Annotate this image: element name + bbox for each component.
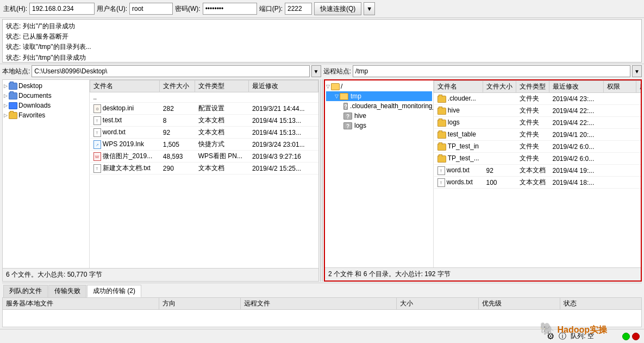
table-row[interactable]: test_table 文件夹 2019/4/1 20:...	[434, 129, 641, 141]
host-input[interactable]	[29, 3, 95, 15]
local-path-bar: 本地站点: ▼	[2, 65, 321, 77]
table-row[interactable]: TP_test_in 文件夹 2019/4/2 6:0...	[434, 141, 641, 153]
local-tree-documents[interactable]: ▷ Documents	[4, 91, 88, 101]
col-modified[interactable]: 最近修改	[549, 81, 604, 93]
table-row[interactable]: T word.txt 92 文本文档 2019/4/4 15:13...	[90, 127, 318, 139]
remote-path-dropdown[interactable]: ▼	[632, 65, 642, 77]
col-filesize[interactable]: 文件大小	[160, 80, 195, 92]
connect-button[interactable]: 快速连接(Q)	[314, 2, 361, 15]
remote-path-bar: 远程站点: ▼	[323, 65, 642, 77]
local-file-list: 文件名 文件大小 文件类型 最近修改 ..	[90, 80, 318, 268]
up-icon: ..	[93, 93, 97, 101]
user-input[interactable]	[129, 3, 173, 15]
folder-icon	[437, 108, 446, 115]
table-row[interactable]: .clouder... 文件夹 2019/4/4 23:...	[434, 93, 641, 105]
info-icon[interactable]: ⓘ	[559, 332, 566, 341]
tree-label: Desktop	[18, 82, 42, 90]
local-tree-downloads[interactable]: ▷ Downloads	[4, 101, 88, 110]
expand-icon: ▷	[4, 103, 8, 108]
folder-icon	[437, 120, 446, 127]
transfer-empty	[3, 310, 641, 314]
traffic-lights	[622, 333, 640, 340]
folder-icon	[340, 93, 348, 100]
table-row[interactable]: T words.txt 100 文本文档 2019/4/4 18:...	[434, 177, 641, 189]
connect-dropdown[interactable]: ▼	[364, 2, 375, 15]
question-folder-icon: ?	[343, 113, 352, 120]
folder-icon	[9, 83, 17, 90]
remote-tree: ▽ / ▽ tmp ? .cloudera_health_monitoring_…	[325, 80, 434, 267]
connection-toolbar: 主机(H): 用户名(U): 密码(W): 端口(P): 快速连接(Q) ▼	[0, 0, 644, 18]
col-filename[interactable]: 文件名	[90, 80, 160, 92]
col-filetype[interactable]: 文件类型	[516, 81, 549, 93]
local-path-dropdown[interactable]: ▼	[311, 65, 321, 77]
tree-label: .cloudera_health_monitoring_canary_files	[350, 102, 434, 110]
table-row[interactable]: T 新建文本文档.txt 290 文本文档 2019/4/2 15:25...	[90, 163, 318, 174]
tab-failed-transfers[interactable]: 传输失败	[48, 285, 86, 297]
expand-icon: ▷	[4, 83, 8, 89]
folder-icon	[9, 112, 17, 119]
table-row[interactable]: W 微信图片_2019... 48,593 WPS看图 PN... 2019/4…	[90, 151, 318, 163]
port-input[interactable]	[285, 3, 312, 15]
table-row[interactable]: logs 文件夹 2019/4/4 22:...	[434, 117, 641, 129]
file-icon: ↗	[93, 140, 101, 149]
tree-label: tmp	[349, 92, 362, 100]
col-filename[interactable]: 文件名	[434, 81, 483, 93]
table-row[interactable]: T test.txt 8 文本文档 2019/4/4 15:13...	[90, 115, 318, 127]
app-window: 主机(H): 用户名(U): 密码(W): 端口(P): 快速连接(Q) ▼ 状…	[0, 0, 644, 343]
remote-path-label: 远程站点:	[323, 67, 351, 76]
remote-tree-logs[interactable]: ? logs	[326, 121, 432, 130]
pass-input[interactable]	[203, 3, 257, 15]
remote-path-input[interactable]	[353, 65, 630, 77]
local-tree-desktop[interactable]: ▷ Desktop	[4, 81, 88, 91]
col-perms[interactable]: 权限	[604, 81, 636, 93]
tab-queued-files[interactable]: 列队的文件	[3, 285, 48, 297]
col-filetype[interactable]: 文件类型	[195, 80, 249, 92]
col-server-local: 服务器/本地文件	[3, 298, 159, 309]
tab-successful-transfers[interactable]: 成功的传输 (2)	[87, 285, 141, 297]
table-row[interactable]: ↗ WPS 2019.lnk 1,505 快捷方式 2019/3/24 23:0…	[90, 139, 318, 151]
table-row[interactable]: ⚙ desktop.ini 282 配置设置 2019/3/21 14:44..…	[90, 103, 318, 115]
remote-tree-tmp[interactable]: ▽ tmp	[326, 91, 432, 101]
tree-label: Favorites	[18, 111, 45, 119]
col-modified[interactable]: 最近修改	[249, 80, 318, 92]
transfer-content: 服务器/本地文件 方向 远程文件 大小 优先级 状态	[2, 297, 642, 327]
queue-status: 队列: 空	[571, 332, 594, 341]
folder-icon	[437, 96, 446, 103]
file-icon: T	[93, 164, 101, 173]
col-filesize[interactable]: 文件大小	[483, 81, 516, 93]
status-line-1: 状态: 列出"/"的目录成功	[6, 21, 638, 32]
table-row[interactable]: ..	[90, 92, 318, 103]
remote-tree-cloudera[interactable]: ? .cloudera_health_monitoring_canary_fil…	[326, 101, 432, 111]
bottom-bar: 🐘 Hadoop实操 ⚙ ⓘ 队列: 空	[0, 329, 644, 343]
panel-splitter[interactable]	[320, 79, 323, 282]
local-panel-body: ▷ Desktop ▷ Documents ▷ Downloads	[3, 80, 318, 268]
local-tree-favorites[interactable]: ▷ Favorites	[4, 110, 88, 120]
status-line-2: 状态: 已从服务器断开	[6, 32, 638, 42]
folder-icon	[437, 155, 446, 163]
question-folder-icon: ?	[343, 103, 348, 110]
local-path-label: 本地站点:	[2, 67, 30, 76]
settings-icon[interactable]: ⚙	[547, 331, 554, 341]
col-size: 大小	[397, 298, 478, 309]
col-owner[interactable]: 所有者/组	[636, 81, 641, 93]
table-row[interactable]: hive 文件夹 2019/4/4 22:...	[434, 105, 641, 117]
panels-area: ▷ Desktop ▷ Documents ▷ Downloads	[2, 79, 642, 282]
transfer-tabs: 列队的文件 传输失败 成功的传输 (2)	[2, 283, 642, 297]
local-file-table: 文件名 文件大小 文件类型 最近修改 ..	[90, 80, 318, 174]
remote-tree-hive[interactable]: ? hive	[326, 111, 432, 121]
port-label: 端口(P):	[259, 4, 283, 14]
table-row[interactable]: TP_test_... 文件夹 2019/4/2 6:0...	[434, 153, 641, 165]
table-row[interactable]: T word.txt 92 文本文档 2019/4/4 19:...	[434, 165, 641, 177]
path-bars: 本地站点: ▼ 远程站点: ▼	[0, 64, 644, 78]
folder-icon	[9, 92, 17, 99]
folder-icon	[437, 144, 446, 151]
file-icon: T	[437, 166, 445, 175]
local-path-input[interactable]	[32, 65, 309, 77]
file-icon: T	[93, 128, 101, 137]
expand-icon: ▽	[326, 84, 330, 89]
file-icon: T	[93, 116, 101, 125]
remote-panel: ▽ / ▽ tmp ? .cloudera_health_monitoring_…	[324, 79, 642, 282]
remote-tree-root[interactable]: ▽ /	[326, 82, 432, 91]
host-label: 主机(H):	[3, 4, 27, 14]
file-icon: T	[437, 178, 445, 187]
